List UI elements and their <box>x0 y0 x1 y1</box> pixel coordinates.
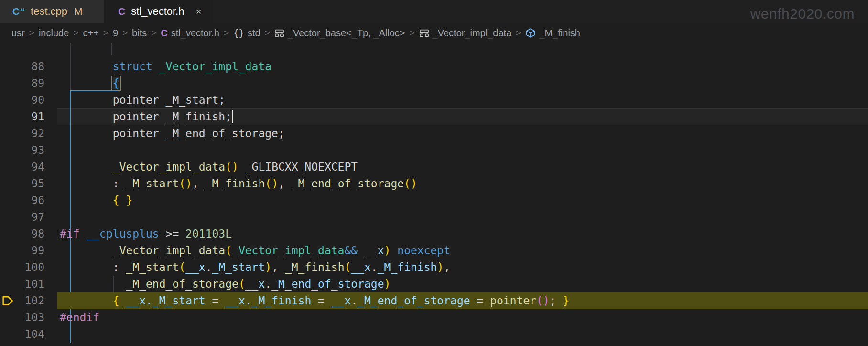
chevron-right-icon: > <box>224 28 229 38</box>
code-token: __x <box>245 278 265 290</box>
code-token: () <box>179 177 192 190</box>
tab-stl-vector-h[interactable]: C stl_vector.h × <box>104 0 213 23</box>
line-number[interactable]: 100 <box>0 259 44 276</box>
code-token: : <box>113 177 126 190</box>
code-editor[interactable]: 888990919293949596979899100101102103104 … <box>0 43 868 346</box>
code-line[interactable]: #endif <box>60 309 99 326</box>
line-number[interactable]: 97 <box>0 209 44 226</box>
code-token: __x <box>126 294 146 307</box>
code-token: __x <box>185 261 206 273</box>
code-line[interactable]: : _M_start(__x._M_start), _M_finish(__x.… <box>60 259 450 276</box>
code-token: , <box>444 261 450 273</box>
tab-test-cpp[interactable]: C++ test.cpp M <box>0 0 104 23</box>
code-token: _M_end_of_storage <box>126 278 238 290</box>
breadcrumb-item-usr[interactable]: usr <box>11 28 25 39</box>
code-token: () <box>404 177 417 190</box>
breadcrumb-item-m-finish[interactable]: _M_finish <box>525 28 580 39</box>
breadcrumb-item-vector-base[interactable]: _Vector_base<_Tp, _Alloc> <box>274 28 405 39</box>
breadcrumb-item-9[interactable]: 9 <box>113 28 118 39</box>
code-token: _M_end_of_storage <box>271 278 384 290</box>
code-line[interactable]: : _M_start(), _M_finish(), _M_end_of_sto… <box>60 175 417 192</box>
code-token: _M_start <box>212 261 265 273</box>
line-number[interactable]: 92 <box>0 125 44 142</box>
code-token: . <box>206 261 212 273</box>
code-token: struct <box>113 60 159 73</box>
close-icon[interactable]: × <box>194 5 203 18</box>
line-number[interactable]: 91 <box>0 108 44 125</box>
code-line[interactable]: { __x._M_start = __x._M_finish = __x._M_… <box>60 292 569 309</box>
code-token: _M_start <box>126 261 179 273</box>
line-number[interactable]: 99 <box>0 242 44 259</box>
chevron-right-icon: > <box>265 28 270 38</box>
line-number[interactable]: 93 <box>0 142 44 159</box>
struct-icon <box>274 28 284 38</box>
code-token: . <box>371 261 378 273</box>
code-token: noexcept <box>397 244 450 257</box>
line-number[interactable]: 101 <box>0 276 44 292</box>
code-line[interactable]: _Vector_impl_data(_Vector_impl_data&& __… <box>60 242 450 259</box>
code-token: #endif <box>60 311 99 324</box>
chevron-right-icon: > <box>122 28 128 38</box>
code-token: = <box>206 294 226 307</box>
tab-bar: C++ test.cpp M C stl_vector.h × <box>0 0 868 23</box>
breadcrumb-item-include[interactable]: include <box>39 28 69 39</box>
code-token: , <box>271 261 285 273</box>
code-token: } <box>563 294 570 307</box>
code-line[interactable]: pointer _M_end_of_storage; <box>60 125 285 142</box>
line-number[interactable]: 94 <box>0 159 44 175</box>
code-token: _Vector_impl_data <box>159 60 271 73</box>
line-number[interactable]: 88 <box>0 58 44 75</box>
code-token: () <box>265 177 278 190</box>
field-icon <box>525 28 536 38</box>
code-token: : <box>113 261 126 273</box>
code-token: { } <box>113 194 133 206</box>
code-token: #if <box>60 227 86 240</box>
breadcrumb-item-vector-impl-data[interactable]: _Vector_impl_data <box>419 28 512 39</box>
code-line[interactable]: _M_end_of_storage(__x._M_end_of_storage) <box>60 276 391 292</box>
line-number[interactable]: 96 <box>0 192 44 209</box>
code-token <box>391 244 397 257</box>
code-line[interactable]: struct _Vector_impl_data <box>60 58 271 75</box>
code-line[interactable]: { <box>60 75 119 92</box>
watermark: wenfh2020.com <box>750 6 855 22</box>
line-number[interactable]: 98 <box>0 226 44 242</box>
code-token: ; <box>550 294 563 307</box>
line-number[interactable]: 103 <box>0 309 44 326</box>
code-line[interactable]: pointer _M_finish; <box>60 108 233 125</box>
chevron-right-icon: > <box>151 28 156 38</box>
line-number[interactable]: 102 <box>0 292 44 309</box>
code-token: . <box>351 294 358 307</box>
line-number[interactable]: 90 <box>0 92 44 108</box>
breadcrumb-item-stl-vector-h[interactable]: C stl_vector.h <box>161 28 219 39</box>
code-token: ) <box>384 244 391 257</box>
breadcrumb-item-bits[interactable]: bits <box>132 28 147 39</box>
line-number[interactable]: 95 <box>0 175 44 192</box>
tab-label: stl_vector.h <box>131 5 184 18</box>
code-token: = <box>311 294 331 307</box>
chevron-right-icon: > <box>410 28 415 38</box>
code-token: pointer _M_end_of_storage; <box>113 127 285 140</box>
code-token: _M_finish <box>206 177 265 190</box>
code-token: _M_start <box>152 294 206 307</box>
code-token: . <box>265 278 271 290</box>
code-line[interactable]: { } <box>60 192 132 209</box>
code-token: , <box>278 177 292 190</box>
code-line[interactable]: _Vector_impl_data() _GLIBCXX_NOEXCEPT <box>60 159 358 175</box>
code-token: ( <box>345 261 351 273</box>
breadcrumb-item-cpp[interactable]: c++ <box>83 28 98 39</box>
code-token: __x <box>331 294 351 307</box>
code-line[interactable]: #if __cplusplus >= 201103L <box>60 226 232 242</box>
breadcrumb-item-std[interactable]: {} std <box>233 28 260 39</box>
code-token <box>358 244 364 257</box>
line-number[interactable]: 89 <box>0 75 44 92</box>
code-token: pointer _M_start; <box>113 94 225 106</box>
line-number[interactable]: 104 <box>0 326 44 343</box>
chevron-right-icon: > <box>73 28 78 38</box>
code-token: _M_finish <box>252 294 312 307</box>
code-token: __x <box>351 261 371 273</box>
code-token: ) <box>265 261 271 273</box>
code-token: { <box>113 77 119 89</box>
code-token: { <box>113 294 126 307</box>
code-line[interactable]: pointer _M_start; <box>60 92 225 108</box>
code-token: _M_finish <box>378 261 437 273</box>
